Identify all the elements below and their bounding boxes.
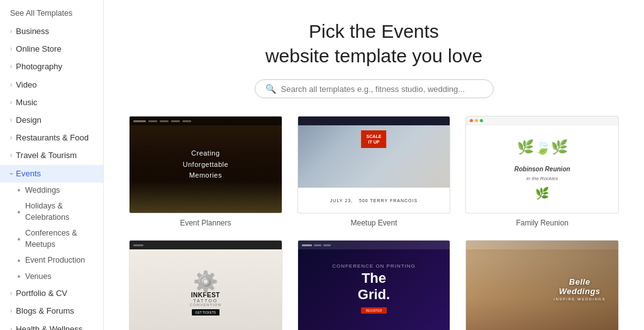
template-card-inkfest[interactable]: ⚙️ INKFEST TATTOO CONVENTION GET TICKETS bbox=[129, 240, 282, 330]
chevron-icon: › bbox=[10, 27, 12, 36]
template-thumb: Belle Weddings Inspire Weddings bbox=[465, 240, 619, 330]
search-input[interactable] bbox=[281, 84, 483, 94]
thumb-bottom: JULY 23, 500 TERRY FRANCOIS bbox=[298, 188, 450, 213]
template-label: Family Reunion bbox=[465, 219, 619, 227]
template-grid: CreatingUnforgettableMemories Event Plan… bbox=[129, 116, 619, 330]
dot-icon bbox=[18, 189, 20, 191]
template-thumb: CONFERENCE ON PRINTING TheGrid. REGISTER bbox=[297, 240, 451, 330]
sidebar-item-photography[interactable]: › Photography bbox=[0, 58, 103, 76]
thumb-lights bbox=[130, 181, 282, 213]
sidebar-item-events[interactable]: › Events bbox=[0, 165, 103, 183]
thumb-text: CreatingUnforgettableMemories bbox=[183, 148, 229, 181]
chevron-icon: › bbox=[7, 173, 16, 174]
search-icon: 🔍 bbox=[265, 84, 276, 94]
template-label: Meetup Event bbox=[297, 219, 451, 227]
thumb-nav bbox=[298, 241, 450, 249]
chevron-icon: › bbox=[10, 307, 12, 316]
template-thumb: 🌿🍃🌿 Robinson Reunion in the Rockies 🌿 bbox=[465, 116, 619, 213]
sidebar-item-online-store[interactable]: › Online Store bbox=[0, 40, 103, 58]
template-card-event-planners[interactable]: CreatingUnforgettableMemories Event Plan… bbox=[129, 116, 282, 227]
dot-icon bbox=[18, 259, 20, 262]
sidebar-item-design[interactable]: › Design bbox=[0, 111, 103, 129]
thumb-nav bbox=[130, 117, 282, 125]
sidebar-item-music[interactable]: › Music bbox=[0, 94, 103, 111]
dot-icon bbox=[18, 275, 20, 278]
sidebar-item-video[interactable]: › Video bbox=[0, 76, 103, 94]
search-bar[interactable]: 🔍 bbox=[255, 79, 494, 98]
sidebar-sub-item-weddings[interactable]: Weddings bbox=[0, 183, 103, 199]
template-card-grid[interactable]: CONFERENCE ON PRINTING TheGrid. REGISTER bbox=[297, 240, 451, 330]
sidebar-item-health[interactable]: › Health & Wellness bbox=[0, 321, 103, 330]
template-card-meetup[interactable]: SCALEIT UP JULY 23, 500 TERRY FRANCOIS M… bbox=[297, 116, 451, 227]
page-title: Pick the Events website template you lov… bbox=[129, 19, 619, 68]
template-thumb: ⚙️ INKFEST TATTOO CONVENTION GET TICKETS bbox=[129, 240, 282, 330]
template-thumb: SCALEIT UP JULY 23, 500 TERRY FRANCOIS bbox=[297, 116, 451, 213]
chevron-icon: › bbox=[10, 325, 12, 330]
chevron-icon: › bbox=[10, 151, 12, 160]
main-content: Pick the Events website template you lov… bbox=[104, 0, 644, 330]
sidebar-item-blogs[interactable]: › Blogs & Forums bbox=[0, 302, 103, 320]
chevron-icon: › bbox=[10, 98, 12, 107]
template-thumb: CreatingUnforgettableMemories bbox=[129, 116, 282, 213]
sidebar-item-portfolio[interactable]: › Portfolio & CV bbox=[0, 285, 103, 302]
chevron-icon: › bbox=[10, 45, 12, 54]
sidebar-sub-item-holidays[interactable]: Holidays & Celebrations bbox=[0, 198, 103, 225]
thumb-nav bbox=[298, 117, 450, 125]
grid-title: TheGrid. bbox=[332, 270, 416, 304]
sidebar: See All Templates › Business › Online St… bbox=[0, 0, 104, 330]
thumb-family-text: Robinson Reunion in the Rockies bbox=[514, 164, 570, 183]
chevron-icon: › bbox=[10, 116, 12, 125]
thumb-nav bbox=[466, 117, 618, 125]
sidebar-item-travel[interactable]: › Travel & Tourism bbox=[0, 147, 103, 164]
sidebar-sub-item-event-production[interactable]: Event Production bbox=[0, 253, 103, 269]
chevron-icon: › bbox=[10, 134, 12, 142]
chevron-icon: › bbox=[10, 62, 12, 71]
template-card-belle[interactable]: Belle Weddings Inspire Weddings bbox=[465, 240, 619, 330]
see-all-templates[interactable]: See All Templates bbox=[0, 5, 103, 23]
belle-text: Belle Weddings Inspire Weddings bbox=[553, 277, 606, 301]
dot-icon bbox=[18, 211, 20, 213]
template-card-family[interactable]: 🌿🍃🌿 Robinson Reunion in the Rockies 🌿 Fa… bbox=[465, 116, 619, 227]
template-label: Event Planners bbox=[129, 219, 282, 227]
chevron-icon: › bbox=[10, 81, 12, 89]
dot-icon bbox=[18, 238, 20, 241]
sidebar-sub-item-venues[interactable]: Venues bbox=[0, 269, 103, 285]
sidebar-item-restaurants[interactable]: › Restaurants & Food bbox=[0, 129, 103, 147]
chevron-icon: › bbox=[10, 289, 12, 298]
sidebar-sub-item-conferences[interactable]: Conferences & Meetups bbox=[0, 225, 103, 253]
thumb-red-banner: SCALEIT UP bbox=[362, 130, 387, 148]
sidebar-item-business[interactable]: › Business bbox=[0, 23, 103, 40]
